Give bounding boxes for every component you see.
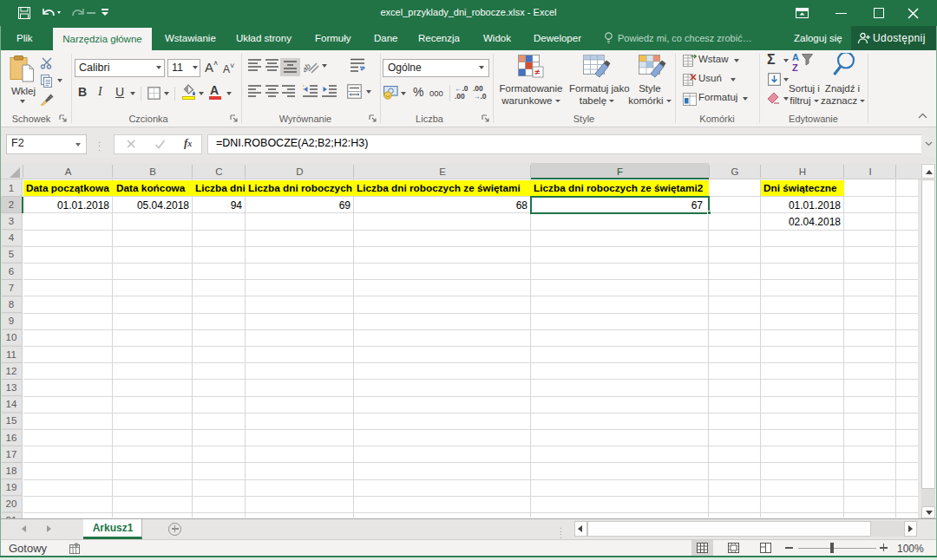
svg-text:ab: ab <box>304 62 312 74</box>
svg-text:≠: ≠ <box>534 67 540 77</box>
